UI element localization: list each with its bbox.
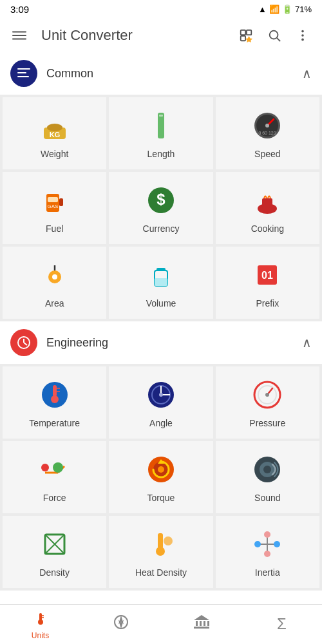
grid-item-density[interactable]: Density <box>3 516 106 588</box>
label-currency: Currency <box>143 223 180 234</box>
grid-item-angle[interactable]: Angle <box>109 366 213 439</box>
search-button[interactable] <box>263 24 286 47</box>
svg-point-9 <box>301 30 304 33</box>
svg-text:GAS: GAS <box>47 204 58 209</box>
svg-point-52 <box>159 393 163 397</box>
grid-item-pressure[interactable]: Pressure <box>216 366 319 439</box>
icon-inertia <box>249 526 285 562</box>
grid-item-prefix[interactable]: 01 Prefix <box>216 247 319 319</box>
bottom-nav: Units Σ <box>0 604 322 644</box>
icon-torque <box>143 451 179 488</box>
svg-rect-91 <box>207 621 209 626</box>
label-fuel: Fuel <box>46 223 63 234</box>
nav-units[interactable]: Units <box>0 605 80 644</box>
grid-item-speed[interactable]: 0 60 120 Speed <box>216 97 319 169</box>
section-title-common: Common <box>46 67 302 80</box>
svg-marker-6 <box>245 36 252 43</box>
section-chevron-engineering[interactable]: ∧ <box>302 335 312 350</box>
icon-cooking <box>249 182 285 218</box>
svg-rect-90 <box>204 621 205 626</box>
nav-bank[interactable] <box>161 605 242 644</box>
nav-sigma[interactable]: Σ <box>242 605 322 644</box>
grid-item-volume[interactable]: Volume <box>109 247 213 319</box>
svg-point-63 <box>158 466 164 473</box>
svg-rect-1 <box>12 35 26 36</box>
label-force: Force <box>43 493 66 503</box>
svg-point-11 <box>301 39 304 41</box>
svg-point-45 <box>51 395 59 403</box>
icon-length <box>143 108 179 144</box>
label-temperature: Temperature <box>29 418 80 428</box>
svg-rect-12 <box>17 68 30 70</box>
svg-point-73 <box>164 536 173 545</box>
section-icon-engineering <box>10 329 37 356</box>
svg-point-77 <box>274 541 280 547</box>
grid-common: KG Weight Length 0 60 120 Speed <box>0 95 322 321</box>
svg-marker-87 <box>194 615 209 620</box>
icon-sound <box>249 451 285 488</box>
label-area: Area <box>45 298 64 308</box>
grid-item-heat-density[interactable]: Heat Density <box>109 516 213 588</box>
svg-line-8 <box>277 38 280 41</box>
label-torque: Torque <box>147 493 175 503</box>
svg-rect-3 <box>241 30 245 35</box>
bank-icon <box>193 614 210 634</box>
icon-fuel: GAS <box>37 182 73 218</box>
section-common: Common ∧ KG Weight Length 0 60 <box>0 52 322 321</box>
svg-marker-85 <box>120 618 122 622</box>
sigma-icon: Σ <box>277 615 287 633</box>
grid-item-area[interactable]: Area <box>3 247 106 319</box>
svg-point-10 <box>301 34 304 37</box>
signal-icon: 📶 <box>269 5 279 14</box>
status-bar: 3:09 ▲ 📶 🔋 71% <box>0 0 322 19</box>
svg-point-59 <box>41 464 49 471</box>
header-icons <box>234 24 314 47</box>
more-button[interactable] <box>291 24 314 47</box>
svg-rect-19 <box>159 115 163 117</box>
label-pressure: Pressure <box>249 418 285 428</box>
svg-rect-71 <box>158 533 163 549</box>
label-speed: Speed <box>254 149 280 159</box>
grid-item-length[interactable]: Length <box>109 97 213 169</box>
svg-rect-4 <box>247 30 251 35</box>
battery-icon: 🔋 <box>282 5 292 14</box>
grid-item-force[interactable]: Force <box>3 441 106 513</box>
svg-rect-5 <box>241 36 245 41</box>
section-title-engineering: Engineering <box>46 336 302 350</box>
svg-point-60 <box>53 462 63 473</box>
grid-item-inertia[interactable]: Inertia <box>216 516 319 588</box>
menu-button[interactable] <box>8 24 31 47</box>
label-prefix: Prefix <box>256 298 279 308</box>
wifi-icon: ▲ <box>258 5 267 14</box>
grid-item-currency[interactable]: $ Currency <box>109 172 213 244</box>
app-title: Unit Converter <box>41 27 224 44</box>
svg-rect-13 <box>17 72 26 73</box>
icon-density <box>37 526 73 562</box>
grid-item-sound[interactable]: Sound <box>216 441 319 513</box>
svg-rect-89 <box>200 621 202 626</box>
svg-point-22 <box>265 124 269 128</box>
svg-point-72 <box>156 547 165 556</box>
nav-compass[interactable] <box>80 605 161 644</box>
svg-point-78 <box>264 531 270 538</box>
label-weight: Weight <box>41 149 68 159</box>
grid-item-fuel[interactable]: GAS Fuel <box>3 172 106 244</box>
grid-item-cooking[interactable]: Cooking <box>216 172 319 244</box>
grid-fav-button[interactable] <box>234 24 258 47</box>
svg-rect-88 <box>196 621 198 626</box>
header: Unit Converter <box>0 19 322 52</box>
section-icon-common <box>10 60 37 87</box>
section-chevron-common[interactable]: ∧ <box>302 66 312 81</box>
grid-item-weight[interactable]: KG Weight <box>3 97 106 169</box>
svg-line-42 <box>24 343 27 345</box>
svg-text:01: 01 <box>261 270 273 281</box>
icon-volume <box>143 257 179 293</box>
section-engineering: Engineering ∧ Temperature Angle <box>0 321 322 591</box>
grid-item-temperature[interactable]: Temperature <box>3 366 106 439</box>
svg-point-81 <box>38 620 43 625</box>
grid-item-torque[interactable]: Torque <box>109 441 213 513</box>
icon-angle <box>143 377 179 413</box>
label-length: Length <box>147 149 175 159</box>
svg-rect-25 <box>59 198 63 206</box>
icon-weight: KG <box>37 108 73 144</box>
